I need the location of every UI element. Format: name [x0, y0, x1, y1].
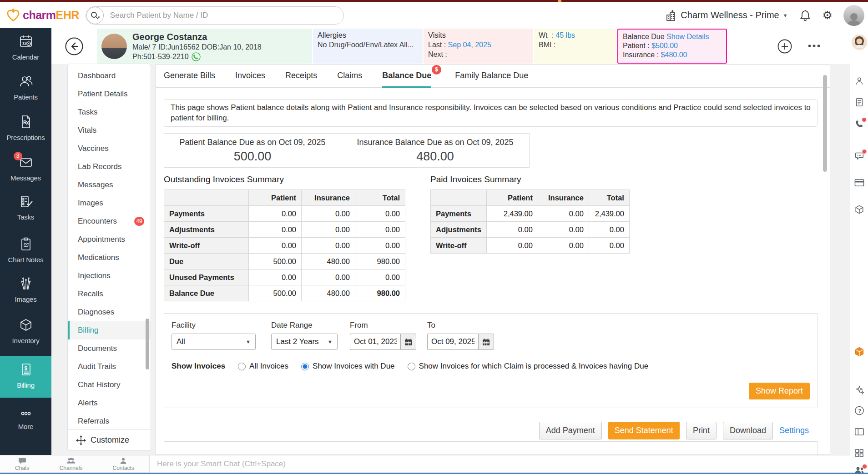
add-payment-button[interactable]: Add Payment: [539, 422, 602, 439]
radio-claim-processed-label[interactable]: Show Invoices for which Claim is process…: [419, 362, 649, 371]
allergies-section[interactable]: Allergies No Drug/Food/Env/Latex All...: [313, 29, 423, 64]
menu-item-dashboard[interactable]: Dashboard: [68, 67, 151, 85]
settings-link[interactable]: Settings: [779, 426, 809, 435]
phone-call-icon[interactable]: [192, 52, 201, 61]
phone-calls-icon[interactable]: [854, 119, 864, 129]
menu-item-referrals[interactable]: Referrals: [68, 412, 151, 430]
menu-item-injections[interactable]: Injections: [68, 267, 151, 285]
sidebar-item-patients[interactable]: Patients: [0, 74, 51, 101]
send-statement-button[interactable]: Send Statement: [608, 422, 680, 439]
more-options-button[interactable]: •••: [808, 41, 822, 51]
sidebar-item-calendar[interactable]: 12 Calendar: [0, 34, 51, 61]
search-input[interactable]: [104, 11, 343, 20]
menu-item-recalls[interactable]: Recalls: [68, 285, 151, 303]
to-date-input[interactable]: [427, 334, 478, 350]
tab-family-balance-due[interactable]: Family Balance Due: [455, 65, 528, 88]
charmehr-logo[interactable]: charmEHR: [5, 8, 79, 23]
menu-item-audit-trails[interactable]: Audit Trails: [68, 358, 151, 376]
radio-invoices-with-due[interactable]: [301, 363, 309, 370]
menu-item-appointments[interactable]: Appointments: [68, 230, 151, 249]
tab-receipts[interactable]: Receipts: [285, 65, 317, 88]
customize-button[interactable]: Customize: [68, 429, 151, 450]
channels-tab[interactable]: Channels: [60, 457, 83, 471]
menu-item-messages[interactable]: Messages: [68, 176, 151, 194]
facility-select[interactable]: All▼: [172, 334, 256, 350]
xray-hand-icon: [19, 276, 33, 291]
to-calendar-button[interactable]: [478, 334, 494, 350]
help-icon[interactable]: ?: [854, 405, 864, 416]
radio-claim-processed[interactable]: [408, 363, 415, 370]
balance-due-dollar-badge: $: [432, 65, 441, 75]
sidebar-item-prescriptions[interactable]: R Prescriptions: [0, 115, 51, 141]
vitals-section[interactable]: Wt : 45 lbs BMI :: [534, 29, 616, 64]
menu-scrollbar[interactable]: [146, 319, 149, 369]
menu-item-vaccines[interactable]: Vaccines: [68, 140, 151, 158]
show-report-button[interactable]: Show Report: [749, 383, 810, 399]
date-range-select[interactable]: Last 2 Years▼: [271, 334, 338, 350]
radio-invoices-with-due-label[interactable]: Show Invoices with Due: [313, 362, 394, 371]
tab-generate-bills[interactable]: Generate Bills: [164, 65, 215, 88]
menu-item-tasks[interactable]: Tasks: [68, 103, 151, 121]
intake-forms-icon[interactable]: [854, 97, 864, 107]
supplies-box-icon[interactable]: [854, 205, 864, 215]
menu-item-alerts[interactable]: Alerts: [68, 394, 151, 412]
sidebar-item-tasks[interactable]: Tasks: [0, 194, 51, 221]
menu-item-images[interactable]: Images: [68, 194, 151, 212]
tab-invoices[interactable]: Invoices: [235, 65, 265, 88]
allergies-label: Allergies: [318, 31, 418, 40]
smart-assist-icon[interactable]: [854, 385, 864, 395]
billing-main-card: Generate Bills Invoices Receipts Claims …: [156, 64, 830, 455]
tab-balance-due[interactable]: Balance Due$: [382, 65, 431, 88]
from-date-input[interactable]: [350, 334, 400, 350]
sidebar-item-billing[interactable]: $ Billing: [0, 356, 51, 398]
panel-layout-icon[interactable]: [854, 427, 864, 436]
menu-item-medications[interactable]: Medications: [68, 249, 151, 267]
menu-item-encounters[interactable]: Encounters49: [68, 212, 151, 230]
hospital-building-icon: [665, 10, 677, 21]
settings-gear-icon[interactable]: ⚙: [823, 10, 833, 21]
assistant-avatar[interactable]: [852, 35, 867, 50]
chat-badge: [862, 149, 867, 154]
notifications-bell-icon[interactable]: [800, 10, 811, 21]
menu-item-chat-history[interactable]: Chat History: [68, 376, 151, 394]
from-calendar-button[interactable]: [400, 334, 416, 350]
payments-card-icon[interactable]: [854, 178, 864, 187]
main-scrollbar[interactable]: [823, 75, 827, 172]
add-plus-button[interactable]: [777, 39, 792, 54]
visits-section[interactable]: Visits Last : Sep 04, 2025 Next :: [424, 29, 533, 64]
radio-all-invoices[interactable]: [238, 363, 246, 370]
sidebar-item-inventory[interactable]: Inventory: [0, 318, 51, 344]
sidebar-item-images[interactable]: Images: [0, 276, 51, 303]
billing-icon: $: [19, 362, 33, 377]
menu-item-diagnoses[interactable]: Diagnoses: [68, 303, 151, 321]
orders-package-icon[interactable]: [854, 346, 865, 357]
menu-item-lab-records[interactable]: Lab Records: [68, 158, 151, 176]
print-button[interactable]: Print: [686, 422, 717, 439]
patient-photo[interactable]: [101, 34, 127, 59]
search-icon[interactable]: ▾: [86, 7, 104, 24]
radio-all-invoices-label[interactable]: All Invoices: [249, 362, 288, 371]
menu-item-documents[interactable]: Documents: [68, 339, 151, 358]
tab-claims[interactable]: Claims: [337, 65, 362, 88]
contacts-tab[interactable]: Contacts: [113, 457, 134, 471]
sidebar-item-more[interactable]: More: [0, 409, 51, 430]
table-row: Unused Payments0.000.000.00: [164, 269, 405, 285]
sidebar-item-messages[interactable]: 3 Messages: [0, 155, 51, 182]
practice-selector[interactable]: Charm Wellness - Prime ▼: [665, 10, 787, 21]
chats-tab[interactable]: Chats: [15, 457, 29, 471]
download-button[interactable]: Download: [723, 422, 773, 439]
secure-chat-icon[interactable]: [854, 151, 864, 161]
facility-selected-value: All: [177, 337, 185, 346]
show-details-link[interactable]: Show Details: [666, 33, 709, 40]
patient-search[interactable]: ▾: [86, 6, 344, 25]
menu-item-patient-details[interactable]: Patient Details: [68, 85, 151, 103]
billing-tabs: Generate Bills Invoices Receipts Claims …: [156, 65, 830, 88]
menu-item-billing[interactable]: Billing: [68, 321, 151, 339]
patient-locator-icon[interactable]: [854, 76, 864, 86]
apps-grid-icon[interactable]: [855, 449, 864, 458]
sidebar-item-chart-notes[interactable]: CC Chart Notes: [0, 237, 51, 264]
menu-item-vitals[interactable]: Vitals: [68, 121, 151, 140]
user-avatar[interactable]: [843, 5, 864, 26]
smart-chat-input[interactable]: [150, 459, 850, 469]
back-button[interactable]: [65, 37, 84, 56]
